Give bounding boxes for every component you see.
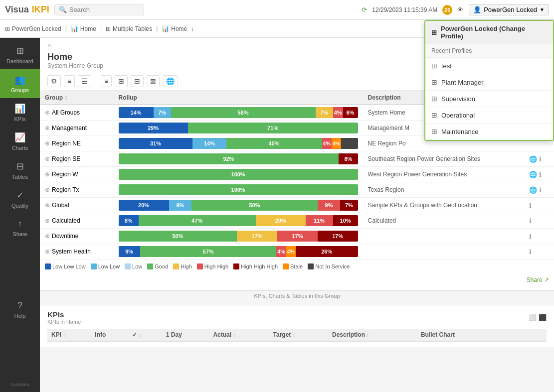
info-action-icon[interactable]: ℹ — [529, 202, 532, 209]
breadcrumb-powergenlocked[interactable]: ⊞ PowerGen Locked — [5, 25, 61, 32]
legend-item: Low Low — [91, 263, 120, 269]
dropdown-item-test[interactable]: ⊞ test — [425, 58, 553, 74]
group-expand-icon: ⊕ — [45, 202, 50, 209]
group-name-cell[interactable]: ⊕All Groups — [40, 105, 114, 121]
group-name-cell[interactable]: ⊕Calculated — [40, 213, 114, 229]
bar-segment-stale: 4% — [332, 138, 341, 149]
bar-segment-high: 20% — [256, 215, 306, 226]
sidebar-label-help: Help — [14, 313, 26, 319]
bar-segment-high-high-high: 17% — [318, 231, 358, 242]
kpis-action-icons: ⬜ ⬛ — [529, 314, 547, 321]
sidebar-item-kpis[interactable]: 📊 KPIs — [0, 98, 40, 127]
sidebar-item-tables[interactable]: ⊟ Tables — [0, 156, 40, 185]
profile-button[interactable]: 👤 PowerGen Locked ▼ — [469, 4, 549, 15]
group-name-cell[interactable]: ⊕Region Tx — [40, 182, 114, 198]
breadcrumb-sep-1: | — [65, 25, 67, 32]
geo-action-icon[interactable]: 🌐 — [529, 171, 537, 178]
legend-color — [308, 263, 314, 269]
dropdown-item-supervision[interactable]: ⊞ Supervision — [425, 91, 553, 107]
dropdown-item-operational[interactable]: ⊞ Operational — [425, 107, 553, 124]
search-input[interactable] — [69, 6, 134, 13]
dropdown-arrow-icon: ▼ — [540, 7, 545, 12]
kpis-expand-icon[interactable]: ⬜ — [529, 314, 537, 321]
rollup-bar: 20%9%50%9%7% — [119, 200, 358, 211]
breadcrumb-home[interactable]: 📊 Home — [71, 25, 96, 32]
alert-badge[interactable]: 25 — [442, 5, 452, 15]
info-action-icon[interactable]: ℹ — [529, 248, 532, 256]
geo-action-icon[interactable]: 🌐 — [529, 155, 537, 163]
dropdown-item-icon-plantmanager: ⊞ — [431, 78, 437, 86]
bar-segment-low-low-low: 29% — [119, 123, 188, 133]
group-expand-icon: ⊕ — [45, 248, 50, 255]
kpi-col-target: Target ↕ — [269, 329, 328, 341]
rollup-cell: 100% — [114, 167, 363, 182]
toolbar-grid-view-btn[interactable]: ⊞ — [115, 75, 128, 87]
info-action-icon[interactable]: ℹ — [539, 186, 542, 194]
group-name: Region SE — [52, 155, 80, 162]
bar-segment-high-high-high: 6% — [343, 107, 358, 118]
legend-item: Not In Service — [308, 263, 350, 269]
toolbar-list-view-btn[interactable]: ≡ — [101, 75, 112, 87]
sidebar-item-quality[interactable]: ✓ Quality — [0, 185, 40, 214]
toolbar-filter-btn[interactable]: ⚙ — [47, 75, 61, 87]
breadcrumb-more[interactable]: ↓ — [191, 25, 194, 32]
info-action-icon[interactable]: ℹ — [539, 155, 542, 163]
toolbar-settings-btn[interactable]: ≡ — [64, 75, 75, 87]
group-name-cell[interactable]: ⊕Region NE — [40, 136, 114, 151]
info-action-icon[interactable]: ℹ — [529, 217, 532, 225]
info-action-icon[interactable]: ℹ — [539, 171, 542, 178]
kpis-collapse-icon[interactable]: ⬛ — [539, 314, 547, 321]
sidebar-item-charts[interactable]: 📈 Charts — [0, 127, 40, 156]
sidebar: ⊞ Dashboard 👥 Groups 📊 KPIs 📈 Charts ⊟ T… — [0, 38, 40, 392]
group-name-cell[interactable]: ⊕System Health — [40, 244, 114, 260]
group-name-cell[interactable]: ⊕Region W — [40, 167, 114, 182]
rollup-bar: 92%8% — [119, 153, 358, 164]
recent-profiles-label: Recent Profiles — [425, 44, 553, 58]
bar-segment-high-high-high: 10% — [333, 215, 358, 226]
info-action-icon[interactable]: ℹ — [529, 233, 532, 240]
share-link[interactable]: Share ↗ — [527, 276, 549, 283]
toolbar-tile-view-btn[interactable]: ⊟ — [131, 75, 144, 87]
rollup-cell: 29%71% — [114, 121, 363, 136]
kpi-col-period: 1 Day — [162, 329, 209, 341]
group-name-cell[interactable]: ⊕Global — [40, 198, 114, 213]
kpi-col-action3 — [531, 329, 547, 341]
toolbar-add-btn[interactable]: ☰ — [78, 75, 91, 87]
geo-action-icon[interactable]: 🌐 — [529, 186, 537, 194]
profile-dropdown-icon: ⊞ — [431, 29, 437, 36]
bar-segment-stale: 4% — [286, 246, 296, 257]
group-name-cell[interactable]: ⊕Downtime — [40, 229, 114, 244]
sidebar-item-groups[interactable]: 👥 Groups — [0, 69, 40, 98]
bar-segment-high-high: 11% — [306, 215, 333, 226]
sidebar-item-dashboard[interactable]: ⊞ Dashboard — [0, 40, 40, 69]
toolbar-separator — [96, 77, 96, 86]
sidebar-item-help[interactable]: ? Help — [0, 295, 40, 324]
group-name: Downtime — [52, 233, 78, 240]
refresh-icon[interactable]: ⟳ — [362, 6, 367, 13]
bar-segment-low-low: 7% — [154, 107, 171, 118]
bar-segment-good: 92% — [119, 153, 339, 164]
breadcrumb-home2[interactable]: 📊 Home — [162, 25, 187, 32]
legend-label: Low Low Low — [52, 263, 86, 269]
bar-segment-high-high: 4% — [333, 107, 343, 118]
change-profile-btn[interactable]: ⊞ PowerGen Locked (Change Profile) — [425, 21, 553, 44]
legend-label: Good — [155, 263, 168, 269]
toolbar-geo-btn[interactable]: 🌐 — [163, 75, 178, 87]
dropdown-item-plantmanager[interactable]: ⊞ Plant Manager — [425, 74, 553, 91]
dropdown-item-icon-operational: ⊞ — [431, 111, 437, 119]
dashboard-icon: ⊞ — [16, 45, 24, 56]
sidebar-item-share[interactable]: ↑ Share — [0, 214, 40, 242]
breadcrumb-icon-home2: 📊 — [162, 25, 169, 32]
search-box[interactable]: 🔍 — [54, 4, 144, 15]
bar-segment-low-low-low: 8% — [119, 215, 139, 226]
kpis-section-subtitle: KPIs in Home — [47, 319, 81, 325]
rollup-bar: 100% — [119, 184, 358, 195]
dropdown-item-maintenance[interactable]: ⊞ Maintenance — [425, 124, 553, 140]
toolbar-detail-view-btn[interactable]: ⊠ — [147, 75, 160, 87]
breadcrumb-multipletables[interactable]: ⊞ Multiple Tables — [106, 25, 152, 32]
group-name-cell[interactable]: ⊕Region SE — [40, 151, 114, 167]
kpi-col-info: Info — [91, 329, 128, 341]
transpara-logo: transpara — [5, 377, 34, 392]
group-name-cell[interactable]: ⊕Management — [40, 121, 114, 136]
bar-segment-high-high-high: 26% — [296, 246, 358, 257]
